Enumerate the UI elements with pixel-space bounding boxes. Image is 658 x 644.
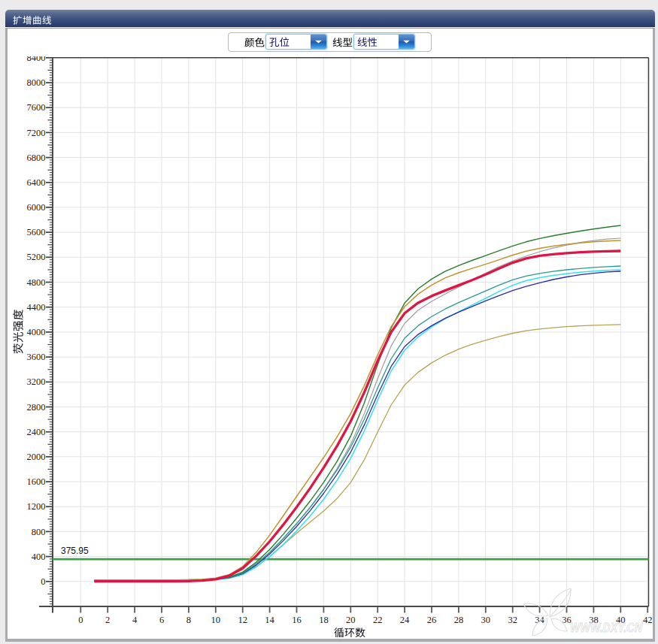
svg-text:6400: 6400	[27, 177, 46, 188]
svg-text:14: 14	[265, 615, 274, 625]
svg-text:10: 10	[211, 615, 221, 625]
svg-text:7200: 7200	[27, 128, 46, 138]
svg-text:32: 32	[508, 615, 517, 625]
svg-text:2800: 2800	[27, 402, 46, 413]
svg-text:3200: 3200	[27, 376, 46, 387]
svg-text:22: 22	[373, 615, 383, 625]
svg-text:8000: 8000	[27, 77, 46, 88]
svg-text:5200: 5200	[27, 252, 46, 262]
svg-text:WWW.DXY.CN: WWW.DXY.CN	[570, 621, 642, 634]
svg-text:18: 18	[319, 615, 329, 625]
svg-text:400: 400	[32, 552, 46, 562]
svg-text:12: 12	[238, 615, 247, 625]
svg-text:6000: 6000	[27, 202, 46, 213]
svg-text:0: 0	[41, 576, 45, 587]
svg-text:375.95: 375.95	[61, 546, 89, 556]
svg-text:800: 800	[32, 527, 46, 537]
svg-text:8: 8	[186, 615, 191, 625]
svg-text:4: 4	[132, 615, 138, 625]
svg-text:4400: 4400	[27, 302, 46, 313]
svg-text:24: 24	[400, 615, 410, 625]
svg-text:6: 6	[159, 615, 164, 625]
svg-text:4000: 4000	[27, 327, 46, 337]
svg-text:1200: 1200	[27, 501, 46, 512]
svg-text:30: 30	[481, 615, 491, 625]
svg-text:20: 20	[346, 615, 356, 625]
svg-text:2000: 2000	[27, 452, 46, 462]
svg-text:16: 16	[292, 615, 302, 625]
svg-text:5600: 5600	[27, 227, 46, 237]
svg-text:2400: 2400	[27, 427, 46, 437]
svg-text:1600: 1600	[27, 476, 46, 487]
svg-text:4800: 4800	[27, 277, 46, 288]
svg-text:2: 2	[105, 615, 110, 625]
svg-text:6800: 6800	[27, 153, 46, 163]
svg-text:0: 0	[78, 615, 83, 625]
svg-text:42: 42	[643, 615, 653, 625]
svg-text:3600: 3600	[27, 352, 46, 362]
svg-text:8400: 8400	[27, 56, 46, 63]
svg-text:26: 26	[427, 615, 437, 625]
svg-text:28: 28	[454, 615, 464, 625]
svg-text:7600: 7600	[27, 102, 46, 113]
